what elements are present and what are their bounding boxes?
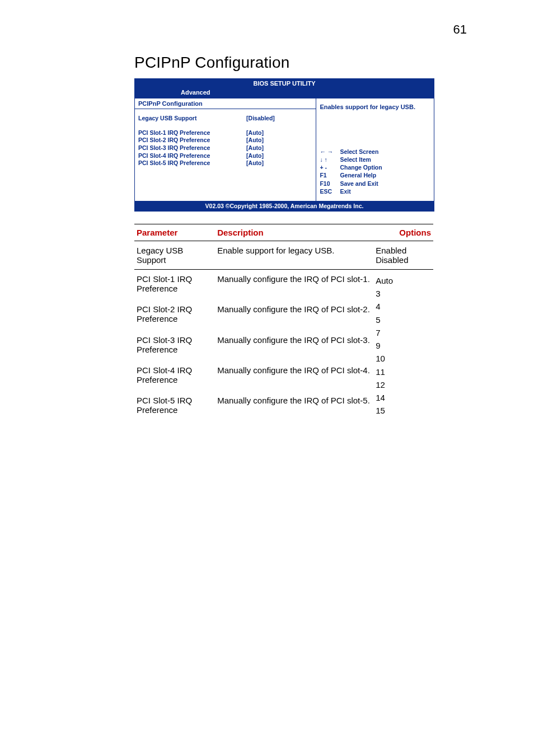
param-slot5: PCI Slot-5 IRQ Preference <box>134 391 215 421</box>
bios-setting-slot5[interactable]: PCI Slot-5 IRQ Preference [Auto] <box>138 159 312 167</box>
param-slot1: PCI Slot-1 IRQ Preference <box>134 269 215 300</box>
bios-titlebar: BIOS SETUP UTILITY <box>135 79 434 88</box>
nav-label: Change Option <box>340 163 382 171</box>
desc-slot5: Manually configure the IRQ of PCI slot-5… <box>215 391 373 421</box>
col-header-parameter: Parameter <box>134 224 215 241</box>
content-area: PCIPnP Configuration BIOS SETUP UTILITY … <box>0 37 534 422</box>
setting-label: PCI Slot-3 IRQ Preference <box>138 144 246 152</box>
nav-key: ↓ ↑ <box>320 156 335 163</box>
param-slot2: PCI Slot-2 IRQ Preference <box>134 300 215 330</box>
setting-label: PCI Slot-4 IRQ Preference <box>138 152 246 160</box>
bios-right-panel: Enables support for legacy USB. ← →Selec… <box>316 98 434 201</box>
desc-slot3: Manually configure the IRQ of PCI slot-3… <box>215 331 373 361</box>
setting-value: [Auto] <box>246 144 312 152</box>
bios-setting-slot2[interactable]: PCI Slot-2 IRQ Preference [Auto] <box>138 137 312 144</box>
opts-irq-shared: Auto 3 4 5 7 9 10 11 12 14 15 <box>373 269 433 421</box>
bios-tab-bar: Advanced <box>135 88 434 98</box>
bios-left-panel: PCIPnP Configuration Legacy USB Support … <box>135 98 316 201</box>
nav-key: + - <box>320 163 335 171</box>
nav-key: F10 <box>320 180 335 187</box>
desc-slot4: Manually configure the IRQ of PCI slot-4… <box>215 361 373 391</box>
opts-legacy-usb: Enabled Disabled <box>373 241 433 269</box>
setting-value: [Auto] <box>246 152 312 160</box>
page-title: PCIPnP Configuration <box>134 54 433 72</box>
desc-slot2: Manually configure the IRQ of PCI slot-2… <box>215 300 373 330</box>
setting-label: PCI Slot-5 IRQ Preference <box>138 159 246 167</box>
nav-label: Select Screen <box>340 148 378 156</box>
setting-value: [Auto] <box>246 129 312 137</box>
desc-legacy-usb: Enable support for legacy USB. <box>215 241 373 269</box>
bios-setting-legacy-usb[interactable]: Legacy USB Support [Disabled] <box>138 115 312 123</box>
nav-label: Exit <box>340 187 350 195</box>
bios-tab-advanced[interactable]: Advanced <box>181 89 210 96</box>
parameters-table: Parameter Description Options Legacy USB… <box>134 224 433 422</box>
param-slot4: PCI Slot-4 IRQ Preference <box>134 361 215 391</box>
param-slot3: PCI Slot-3 IRQ Preference <box>134 331 215 361</box>
bios-setting-slot3[interactable]: PCI Slot-3 IRQ Preference [Auto] <box>138 144 312 152</box>
bios-nav-keys: ← →Select Screen ↓ ↑Select Item + -Chang… <box>320 148 430 195</box>
col-header-options: Options <box>373 224 433 241</box>
nav-label: General Help <box>340 171 376 179</box>
bios-panel-title: PCIPnP Configuration <box>135 98 316 109</box>
setting-label: PCI Slot-1 IRQ Preference <box>138 129 246 137</box>
setting-label: PCI Slot-2 IRQ Preference <box>138 137 246 144</box>
col-header-description: Description <box>215 224 373 241</box>
bios-footer: V02.03 ©Copyright 1985-2000, American Me… <box>135 201 434 211</box>
desc-slot1: Manually configure the IRQ of PCI slot-1… <box>215 269 373 300</box>
bios-setting-slot4[interactable]: PCI Slot-4 IRQ Preference [Auto] <box>138 152 312 160</box>
setting-value: [Auto] <box>246 159 312 167</box>
bios-screenshot: BIOS SETUP UTILITY Advanced PCIPnP Confi… <box>134 78 434 212</box>
nav-label: Save and Exit <box>340 180 378 187</box>
nav-key: ← → <box>320 148 335 156</box>
setting-value: [Disabled] <box>246 115 312 123</box>
setting-label: Legacy USB Support <box>138 115 246 123</box>
page-number: 61 <box>0 0 534 37</box>
nav-label: Select Item <box>340 156 371 163</box>
setting-value: [Auto] <box>246 137 312 144</box>
nav-key: F1 <box>320 171 335 179</box>
bios-setting-slot1[interactable]: PCI Slot-1 IRQ Preference [Auto] <box>138 129 312 137</box>
nav-key: ESC <box>320 187 335 195</box>
bios-help-text: Enables support for legacy USB. <box>320 103 430 111</box>
param-legacy-usb: Legacy USB Support <box>134 241 215 269</box>
